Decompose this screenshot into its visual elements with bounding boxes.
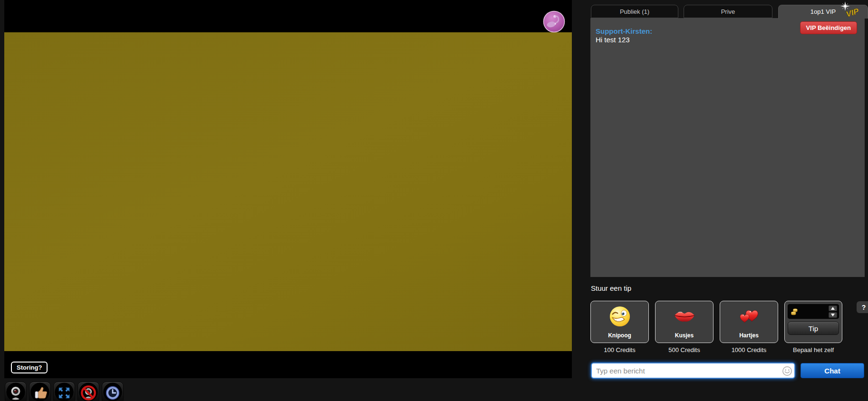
chat-message: Support-Kirsten: Hi test 123 [596,27,652,44]
coins-icon [791,307,799,316]
message-text: Hi test 123 [596,36,652,44]
chat-message-list: Support-Kirsten: Hi test 123 [596,27,652,44]
wink-emoji-icon [609,306,631,327]
tip-knipoog-button[interactable]: Knipoog [590,301,649,343]
history-button[interactable] [102,382,124,401]
thumbs-up-icon [32,385,48,401]
webcam-off-icon [80,385,96,401]
tab-prive[interactable]: Prive [684,5,772,18]
chat-message-area: VIP Beëindigen Support-Kirsten: Hi test … [590,18,865,277]
tip-item-knipoog: Knipoog 100 Credits [590,301,649,353]
video-stream [4,32,572,351]
spinner-down-icon[interactable] [829,312,837,318]
clock-icon [105,385,121,401]
video-player: Storing? [4,0,572,378]
tip-name: Knipoog [608,332,631,339]
help-button[interactable]: ? [857,301,868,313]
custom-tip-amount [788,304,839,319]
tip-send-button[interactable]: Tip [788,322,839,335]
kiss-lips-icon [674,306,695,327]
custom-tip-input[interactable] [800,306,827,317]
hearts-icon [738,306,760,327]
cam-chat-page: Storing? [0,0,868,401]
amount-spinner [829,306,837,318]
tip-name: Hartjes [739,332,759,339]
message-author: Support-Kirsten: [596,27,652,36]
tip-price: 100 Credits [590,346,649,353]
chat-send-button[interactable]: Chat [800,363,864,378]
tip-item-kusjes: Kusjes 500 Credits [655,301,714,353]
custom-tip-card: Tip [784,301,842,343]
toy-icon-graphic [543,10,565,33]
custom-tip-caption: Bepaal het zelf [784,346,842,353]
thumbs-up-button[interactable] [29,382,51,401]
webcam-icon [8,385,24,401]
fullscreen-button[interactable] [53,382,75,401]
tip-price: 1000 Credits [720,346,778,353]
webcam-button[interactable] [5,382,27,401]
tip-item-custom: Tip Bepaal het zelf [784,301,842,353]
fullscreen-icon [56,385,72,401]
tip-hartjes-button[interactable]: Hartjes [720,301,778,343]
tab-1op1-vip[interactable]: 1op1 VIP [778,5,868,19]
spinner-up-icon[interactable] [829,306,837,311]
toy-icon[interactable] [543,10,565,33]
chat-message-input[interactable] [591,363,795,379]
tab-publiek[interactable]: Publiek (1) [591,5,678,18]
tip-section-title: Stuur een tip [591,284,631,292]
tip-item-hartjes: Hartjes 1000 Credits [720,301,778,353]
webcam-off-button[interactable] [77,382,99,401]
tip-name: Kusjes [675,332,694,339]
smiley-icon[interactable] [782,366,792,376]
tip-kusjes-button[interactable]: Kusjes [655,301,714,343]
video-toolbar [5,382,124,401]
storing-button[interactable]: Storing? [11,362,48,373]
vip-end-button[interactable]: VIP Beëindigen [800,21,857,34]
tip-options: Knipoog 100 Credits Kusjes 500 Cre [590,301,842,353]
tip-price: 500 Credits [655,346,714,353]
